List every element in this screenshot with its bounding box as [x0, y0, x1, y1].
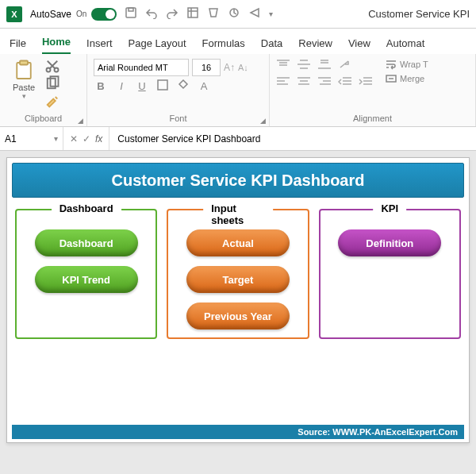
copy-icon — [44, 75, 60, 91]
cell-reference: A1 — [5, 133, 17, 145]
redo-icon[interactable] — [166, 6, 178, 21]
autosave-state: On — [76, 10, 86, 18]
merge-button[interactable]: Merge — [386, 73, 428, 84]
brush-icon — [44, 93, 60, 109]
autosave-label: AutoSave — [30, 9, 71, 20]
tab-automate[interactable]: Automat — [386, 37, 424, 54]
column-heading: Input sheets — [203, 202, 273, 226]
group-alignment: Wrap T Merge Alignment — [270, 54, 476, 126]
autosave[interactable]: AutoSave On — [30, 8, 117, 21]
format-painter-button[interactable] — [44, 94, 60, 108]
dashboard-title: Customer Service KPI Dashboard — [12, 163, 464, 198]
decrease-indent-icon[interactable] — [338, 76, 352, 91]
qat-icon[interactable] — [228, 6, 240, 21]
source-label: Source: WWW.PK-AnExcelExpert.Com — [12, 425, 464, 439]
worksheet-canvas: Customer Service KPI Dashboard Dashboard… — [0, 151, 476, 474]
enter-icon[interactable]: ✓ — [83, 133, 90, 145]
tab-formulas[interactable]: Formulas — [202, 37, 245, 54]
align-top-icon[interactable] — [276, 59, 290, 73]
underline-button[interactable]: U — [135, 80, 149, 92]
column-kpi: KPI Definition — [319, 209, 461, 339]
italic-button[interactable]: I — [114, 80, 129, 92]
ribbon-tabs: File Home Insert Page Layout Formulas Da… — [0, 29, 476, 54]
align-middle-icon[interactable] — [297, 59, 311, 73]
group-font: A↑ A↓ B I U A Font ◢ — [87, 54, 270, 126]
increase-indent-icon[interactable] — [359, 76, 373, 91]
save-icon[interactable] — [125, 6, 137, 21]
share-icon[interactable] — [248, 6, 261, 21]
group-label: Clipboard — [6, 112, 80, 125]
column-heading: KPI — [373, 202, 406, 214]
copy-button[interactable] — [44, 76, 60, 91]
paste-button[interactable]: Paste ▾ — [6, 59, 41, 100]
font-size-select[interactable] — [192, 59, 221, 76]
tab-file[interactable]: File — [10, 37, 26, 54]
kpi-trend-button[interactable]: KPI Trend — [35, 266, 138, 293]
cancel-icon[interactable]: ✕ — [70, 133, 78, 145]
column-heading: Dashboard — [52, 202, 121, 214]
target-button[interactable]: Target — [186, 266, 290, 293]
font-name-select[interactable] — [94, 59, 189, 76]
paste-label: Paste — [13, 83, 35, 92]
autosave-toggle[interactable] — [91, 8, 117, 21]
group-clipboard: Paste ▾ Clipboard ◢ — [0, 54, 87, 126]
align-left-icon[interactable] — [276, 76, 290, 91]
font-color-button[interactable]: A — [197, 80, 211, 92]
bold-button[interactable]: B — [94, 80, 108, 92]
paste-icon — [12, 59, 36, 83]
dashboard-sheet: Customer Service KPI Dashboard Dashboard… — [6, 157, 470, 443]
chevron-down-icon[interactable]: ▾ — [22, 92, 26, 100]
wrap-text-button[interactable]: Wrap T — [386, 59, 428, 70]
scissors-icon — [44, 58, 60, 74]
cut-button[interactable] — [44, 59, 60, 73]
name-box[interactable]: A1 ▾ — [0, 127, 63, 150]
border-button[interactable] — [155, 79, 170, 93]
qat-icon[interactable] — [207, 6, 220, 21]
ribbon: Paste ▾ Clipboard ◢ A↑ A↓ B — [0, 54, 476, 127]
previous-year-button[interactable]: Previous Year — [186, 303, 290, 329]
align-center-icon[interactable] — [297, 76, 311, 91]
tab-page-layout[interactable]: Page Layout — [129, 37, 186, 54]
group-label: Alignment — [276, 112, 469, 125]
merge-label: Merge — [400, 74, 424, 83]
formula-bar: A1 ▾ ✕ ✓ fx Customer Service KPI Dashboa… — [0, 127, 476, 151]
orientation-icon[interactable] — [338, 59, 352, 73]
svg-rect-10 — [158, 80, 167, 90]
tab-review[interactable]: Review — [298, 37, 332, 54]
wrap-label: Wrap T — [400, 60, 428, 69]
undo-icon[interactable] — [145, 6, 158, 21]
dialog-launcher-icon[interactable]: ◢ — [78, 117, 83, 125]
svg-rect-5 — [20, 61, 28, 65]
tab-view[interactable]: View — [348, 37, 370, 54]
column-input-sheets: Input sheets Actual Target Previous Year — [167, 209, 309, 339]
dashboard-button[interactable]: Dashboard — [35, 229, 138, 256]
group-label: Font — [94, 112, 263, 125]
fill-color-button[interactable] — [176, 79, 190, 93]
definition-button[interactable]: Definition — [338, 229, 441, 256]
chevron-down-icon[interactable]: ▾ — [269, 10, 273, 18]
tab-home[interactable]: Home — [42, 36, 71, 54]
merge-icon — [386, 73, 397, 84]
align-right-icon[interactable] — [317, 76, 332, 91]
wrap-text-icon — [386, 59, 397, 70]
chevron-down-icon[interactable]: ▾ — [54, 134, 58, 143]
align-bottom-icon[interactable] — [317, 59, 332, 73]
fx-icon[interactable]: fx — [95, 133, 102, 145]
svg-rect-1 — [129, 8, 133, 11]
dashboard-columns: Dashboard Dashboard KPI Trend Input shee… — [7, 198, 469, 339]
tab-data[interactable]: Data — [261, 37, 282, 54]
formula-text[interactable]: Customer Service KPI Dashboard — [109, 133, 476, 145]
quick-access-toolbar: ▾ — [125, 6, 273, 21]
decrease-font-icon[interactable]: A↓ — [238, 63, 248, 72]
document-title: Customer Service KPI — [368, 8, 470, 20]
title-bar: X AutoSave On ▾ Customer Service KPI — [0, 0, 476, 29]
column-dashboard: Dashboard Dashboard KPI Trend — [15, 209, 157, 339]
tab-insert[interactable]: Insert — [86, 37, 113, 54]
actual-button[interactable]: Actual — [186, 229, 290, 256]
svg-rect-0 — [126, 8, 136, 17]
excel-icon: X — [6, 6, 22, 22]
dialog-launcher-icon[interactable]: ◢ — [260, 117, 266, 125]
qat-icon[interactable] — [186, 6, 199, 21]
increase-font-icon[interactable]: A↑ — [224, 62, 235, 73]
svg-rect-2 — [188, 8, 198, 17]
